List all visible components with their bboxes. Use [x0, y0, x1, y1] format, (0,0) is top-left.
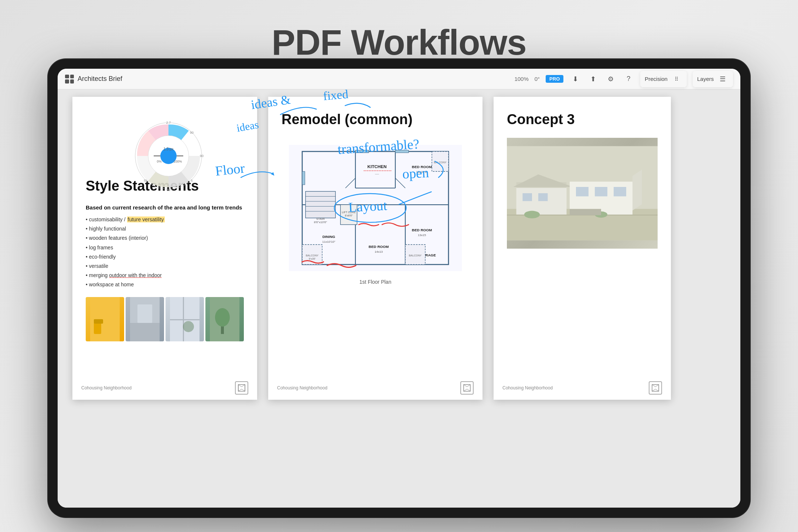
left-page-subheading: Based on current research of the area an… — [86, 204, 244, 211]
svg-text:0%: 0% — [157, 160, 161, 163]
pdf-page-left: 1.5 px 0% 100% 2.7 90 90 5 59 5k — [72, 97, 257, 400]
right-footer-text: Cohousing Neighborhood — [502, 385, 553, 391]
svg-text:5k: 5k — [144, 179, 147, 183]
svg-marker-85 — [632, 170, 642, 211]
svg-text:8'6"x10'6": 8'6"x10'6" — [314, 221, 327, 224]
bullet-item-2: highly functional — [86, 224, 244, 233]
left-footer-logo — [235, 381, 248, 395]
svg-text:6'x6'6": 6'x6'6" — [345, 214, 353, 217]
settings-button[interactable]: ⚙ — [605, 73, 617, 85]
svg-text:BED ROOM: BED ROOM — [412, 165, 432, 169]
doc-title[interactable]: Architects Brief — [78, 75, 122, 83]
floor-plan-svg: STAIR 8'6"x10'6" LIFT CORE 6'x6'6" KITCH… — [289, 141, 462, 274]
svg-rect-25 — [94, 319, 103, 324]
svg-text:90: 90 — [200, 154, 204, 158]
svg-rect-95 — [652, 385, 659, 391]
precision-label: Precision — [645, 76, 668, 82]
svg-rect-27 — [130, 323, 160, 341]
pdf-pages: 1.5 px 0% 100% 2.7 90 90 5 59 5k — [58, 97, 740, 508]
svg-rect-88 — [576, 187, 589, 197]
middle-page-footer: Cohousing Neighborhood — [268, 381, 482, 395]
highlight-outdoor: outdoor with the indoor — [109, 272, 161, 278]
svg-text:----: ---- — [375, 172, 379, 175]
bullet-item-1: customisability / future versatility — [86, 215, 244, 224]
layers-label: Layers — [697, 76, 714, 82]
pro-badge[interactable]: PRO — [546, 75, 563, 83]
help-button[interactable]: ? — [623, 73, 634, 85]
content-area: ideas & fixed transformable? Floor open — [58, 89, 740, 508]
left-page-footer: Cohousing Neighborhood — [72, 381, 257, 395]
highlight-versatility: future versatility — [127, 216, 165, 222]
middle-page-heading: Remodel (common) — [282, 112, 469, 127]
app-icon — [65, 75, 74, 83]
zoom-level: 100% — [514, 76, 528, 82]
bullet-item-7: merging outdoor with the indoor — [86, 271, 244, 280]
floor-plan-container: STAIR 8'6"x10'6" LIFT CORE 6'x6'6" KITCH… — [282, 138, 469, 289]
svg-text:11x10'10": 11x10'10" — [322, 240, 335, 243]
image-green — [205, 297, 244, 341]
svg-rect-94 — [570, 209, 601, 215]
pen-tool-overlay[interactable]: 1.5 px 0% 100% 2.7 90 90 5 59 5k — [132, 119, 205, 193]
svg-text:LIFT CORE: LIFT CORE — [342, 211, 356, 214]
svg-text:59: 59 — [167, 188, 170, 192]
svg-text:5: 5 — [191, 179, 192, 183]
svg-text:DINING: DINING — [323, 235, 335, 239]
svg-rect-74 — [355, 150, 369, 153]
svg-text:13x10'6": 13x10'6" — [416, 170, 428, 174]
share-button[interactable]: ⬆ — [587, 73, 599, 85]
download-button[interactable]: ⬇ — [569, 73, 581, 85]
concept-image — [507, 138, 658, 249]
svg-text:13x15: 13x15 — [418, 233, 426, 237]
svg-rect-36 — [238, 385, 245, 391]
image-yellow-room — [86, 297, 124, 341]
svg-text:STAIR: STAIR — [316, 217, 325, 221]
svg-rect-28 — [137, 304, 152, 323]
bullet-item-3: wooden features (interior) — [86, 233, 244, 243]
tablet-frame: Architects Brief 100% 0° PRO ⬇ ⬆ ⚙ ? Pre… — [48, 59, 750, 517]
svg-point-32 — [183, 321, 194, 332]
toolbar-right: 100% 0° PRO ⬇ ⬆ ⚙ ? Precision ⠿ Layers ☰ — [514, 71, 733, 87]
pdf-page-middle: Remodel (common) — [268, 97, 482, 400]
svg-text:BED ROOM: BED ROOM — [369, 245, 389, 249]
svg-rect-45 — [306, 191, 335, 218]
bullet-item-6: versatile — [86, 262, 244, 271]
svg-text:9'x35': 9'x35' — [309, 257, 316, 260]
svg-text:2.7: 2.7 — [166, 121, 171, 125]
svg-rect-24 — [94, 323, 101, 334]
svg-rect-84 — [570, 176, 632, 181]
svg-text:BALCONY: BALCONY — [409, 254, 422, 257]
svg-rect-86 — [523, 193, 532, 201]
svg-rect-75 — [395, 150, 409, 153]
toolbar: Architects Brief 100% 0° PRO ⬇ ⬆ ⚙ ? Pre… — [58, 69, 740, 89]
app-icon-dot-4 — [70, 79, 74, 83]
bullet-list: customisability / future versatility hig… — [86, 215, 244, 290]
precision-grid-icon[interactable]: ⠿ — [671, 73, 682, 85]
svg-rect-87 — [538, 193, 548, 201]
tablet-screen: Architects Brief 100% 0° PRO ⬇ ⬆ ⚙ ? Pre… — [58, 69, 740, 508]
svg-text:1.5 px: 1.5 px — [163, 147, 173, 151]
bullet-item-5: eco-friendly — [86, 252, 244, 262]
layers-panel: Layers ☰ — [693, 71, 733, 87]
layers-menu-icon[interactable]: ☰ — [717, 73, 729, 85]
toolbar-left: Architects Brief — [65, 75, 122, 83]
image-interior — [126, 297, 164, 341]
app-icon-dot-2 — [70, 75, 74, 79]
pdf-page-right: Concept 3 — [494, 97, 671, 400]
image-glass — [166, 297, 204, 341]
middle-footer-text: Cohousing Neighborhood — [277, 385, 327, 391]
right-footer-logo — [649, 381, 662, 395]
middle-footer-logo — [460, 381, 474, 395]
svg-point-35 — [215, 308, 230, 327]
svg-text:BALCONY: BALCONY — [306, 254, 319, 257]
svg-text:KITCHEN: KITCHEN — [368, 164, 387, 169]
page-title: PDF Workflows — [0, 22, 798, 63]
svg-rect-89 — [595, 187, 607, 197]
rotation-level: 0° — [535, 76, 540, 82]
svg-text:BALCONY: BALCONY — [434, 161, 447, 164]
left-footer-text: Cohousing Neighborhood — [81, 385, 132, 391]
bullet-item-4: log frames — [86, 243, 244, 252]
svg-text:BED ROOM: BED ROOM — [412, 228, 432, 232]
floor-plan-label: 1st Floor Plan — [289, 279, 462, 285]
right-page-heading: Concept 3 — [507, 112, 658, 127]
svg-text:90: 90 — [190, 131, 194, 134]
